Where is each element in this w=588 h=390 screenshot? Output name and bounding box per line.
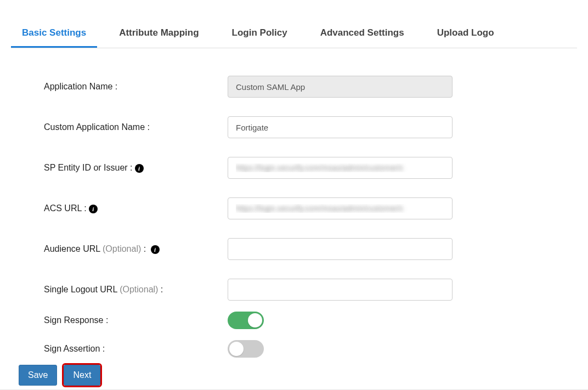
tab-upload-logo[interactable]: Upload Logo [426, 22, 505, 48]
save-button[interactable]: Save [19, 365, 57, 386]
sp-entity-id-field[interactable] [228, 157, 453, 179]
info-icon[interactable]: i [151, 245, 160, 254]
sp-entity-id-label: SP Entity ID or Issuer :i [44, 163, 228, 173]
tab-basic-settings[interactable]: Basic Settings [11, 22, 97, 48]
tabs-bar: Basic Settings Attribute Mapping Login P… [11, 22, 577, 48]
settings-form: Application Name : Custom Application Na… [44, 76, 588, 358]
tab-attribute-mapping[interactable]: Attribute Mapping [108, 22, 210, 48]
tab-login-policy[interactable]: Login Policy [221, 22, 298, 48]
button-bar: Save Next [19, 365, 100, 386]
toggle-knob [248, 313, 262, 327]
audience-url-field[interactable] [228, 238, 453, 260]
application-name-field [228, 76, 453, 98]
info-icon[interactable]: i [89, 205, 98, 213]
sign-assertion-toggle[interactable] [228, 340, 264, 358]
acs-url-field[interactable] [228, 197, 453, 219]
next-button[interactable]: Next [64, 365, 100, 386]
tab-advanced-settings[interactable]: Advanced Settings [309, 22, 415, 48]
toggle-knob [229, 342, 244, 356]
custom-application-name-field[interactable] [228, 116, 453, 138]
single-logout-url-field[interactable] [228, 279, 453, 301]
info-icon[interactable]: i [135, 164, 144, 173]
sign-response-toggle[interactable] [228, 312, 264, 329]
acs-url-label: ACS URL :i [44, 204, 228, 213]
application-name-label: Application Name : [44, 82, 228, 92]
sign-assertion-label: Sign Assertion : [44, 344, 228, 354]
custom-application-name-label: Custom Application Name : [44, 122, 228, 132]
sign-response-label: Sign Response : [44, 315, 228, 325]
single-logout-url-label: Single Logout URL (Optional) : [44, 285, 228, 295]
audience-url-label: Audience URL (Optional) : i [44, 244, 228, 254]
